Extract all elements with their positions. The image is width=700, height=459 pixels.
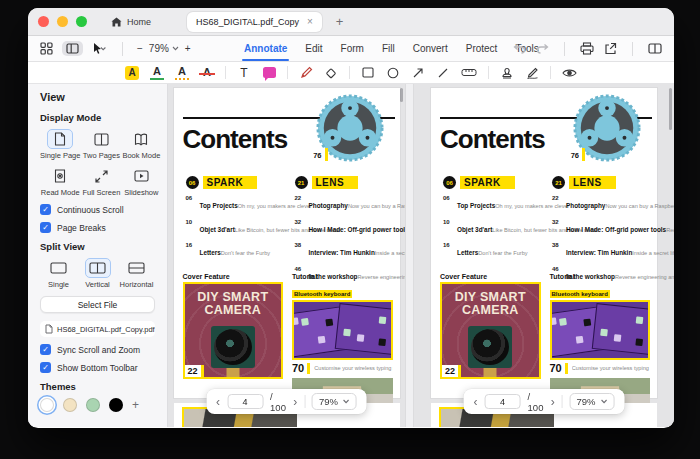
pencil-tool-icon[interactable] — [299, 66, 313, 79]
cover-feature-label: Cover Feature — [440, 273, 541, 280]
home-tab-label: Home — [127, 17, 151, 27]
signature-tool-icon[interactable] — [525, 67, 539, 79]
split-view-vertical[interactable]: Vertical — [79, 258, 116, 289]
next-page-button[interactable]: › — [293, 395, 297, 409]
menu-tabs: Annotate Edit Form Fill Convert Protect … — [244, 36, 539, 61]
previous-page-button[interactable]: ‹ — [216, 395, 220, 409]
pane-zoom-dropdown[interactable]: 79% — [569, 393, 614, 410]
menu-protect[interactable]: Protect — [466, 36, 498, 61]
toc-item: 22 PhotographyNow you can buy a Raspberr… — [552, 194, 651, 212]
scrollbar-left-pane[interactable] — [400, 88, 403, 102]
close-window-button[interactable] — [38, 16, 49, 27]
measure-tool-icon[interactable] — [461, 68, 477, 77]
minimize-window-button[interactable] — [57, 16, 68, 27]
toc-item: 16 LettersDon't fear the Furby — [443, 241, 542, 259]
undo-icon[interactable] — [513, 43, 526, 54]
theme-white-swatch[interactable] — [40, 398, 54, 412]
note-tool-icon[interactable] — [262, 67, 276, 78]
split-file-pill[interactable]: HS68_DIGITAL.pdf_Copy.pdf — [40, 321, 155, 337]
checkbox-checked-icon: ✓ — [40, 222, 51, 233]
new-tab-button[interactable]: + — [336, 14, 344, 29]
book-mode-icon — [128, 129, 154, 149]
sidebar-title: View — [40, 91, 155, 103]
pane-zoom-dropdown[interactable]: 79% — [312, 393, 357, 410]
squiggly-tool-icon[interactable]: A — [175, 66, 189, 80]
select-file-button[interactable]: Select File — [40, 296, 155, 313]
stamp-tool-icon[interactable] — [500, 67, 514, 79]
view-annotations-icon[interactable] — [562, 68, 577, 78]
gear-page-number: 76 — [569, 148, 585, 161]
keyboard-image — [550, 300, 651, 360]
theme-black-swatch[interactable] — [109, 398, 123, 412]
split-file-name: HS68_DIGITAL.pdf_Copy.pdf — [57, 325, 155, 334]
display-mode-read-mode[interactable]: Read Mode — [40, 166, 80, 197]
toc-section-lens: 21 LENS 22 PhotographyNow you can buy a … — [295, 176, 394, 288]
spark-heading: SPARK — [203, 176, 258, 189]
display-mode-full-screen[interactable]: Full Screen — [82, 166, 120, 197]
thumbnails-grid-icon[interactable] — [40, 42, 53, 55]
theme-sepia-swatch[interactable] — [63, 398, 77, 412]
pointer-tool-icon[interactable] — [92, 42, 108, 55]
split-single-icon — [46, 258, 72, 278]
menu-edit[interactable]: Edit — [305, 36, 322, 61]
arrow-tool-icon[interactable] — [411, 67, 425, 79]
next-page-button[interactable]: › — [551, 395, 555, 409]
toc-section-spark: 06 SPARK 06 Top ProjectsOh my, you maker… — [186, 176, 285, 288]
rectangle-tool-icon[interactable] — [361, 67, 375, 78]
zoom-level-dropdown[interactable]: 79% — [149, 43, 179, 54]
pdf-pane-left[interactable]: 76 Contents 06 SPARK 06 Top ProjectsOh m… — [168, 84, 405, 427]
traffic-lights — [38, 16, 87, 27]
redo-icon[interactable] — [536, 43, 549, 54]
lens-heading: LENS — [312, 176, 359, 189]
print-icon[interactable] — [580, 42, 594, 55]
display-mode-book-mode[interactable]: Book Mode — [122, 129, 160, 160]
ellipse-tool-icon[interactable] — [386, 67, 400, 79]
menu-annotate[interactable]: Annotate — [244, 36, 287, 61]
scrollbar-right-pane[interactable] — [669, 88, 672, 130]
share-export-icon[interactable] — [604, 42, 617, 55]
display-mode-slideshow[interactable]: Slideshow — [122, 166, 160, 197]
highlight-tool-icon[interactable]: A — [125, 66, 139, 80]
pdf-page[interactable]: 76 Contents 06 SPARK 06 Top ProjectsOh m… — [431, 88, 657, 398]
home-tab[interactable]: Home — [101, 17, 161, 27]
eraser-tool-icon[interactable] — [324, 67, 338, 79]
zoom-window-button[interactable] — [76, 16, 87, 27]
tutorial-highlight: Bluetooth keyboard — [292, 290, 352, 298]
contents-title: Contents — [440, 124, 545, 155]
text-tool-icon[interactable]: T — [237, 67, 251, 79]
display-mode-two-pages[interactable]: Two Pages — [82, 129, 120, 160]
split-view-horizontal[interactable]: Horizontal — [118, 258, 155, 289]
strikethrough-tool-icon[interactable]: A — [200, 67, 214, 78]
tab-bar: Home HS68_DIGITAL.pdf_Copy × + — [28, 8, 674, 36]
page-breaks-checkbox[interactable]: ✓ Page Breaks — [40, 222, 155, 233]
tutorial-highlight: Bluetooth keyboard — [550, 290, 610, 298]
sync-scroll-zoom-checkbox[interactable]: ✓ Sync Scroll and Zoom — [40, 344, 155, 355]
line-tool-icon[interactable] — [436, 67, 450, 79]
split-view-toggle-icon[interactable] — [648, 43, 662, 54]
previous-page-button[interactable]: ‹ — [474, 395, 478, 409]
page-number-input[interactable] — [485, 394, 521, 409]
theme-green-swatch[interactable] — [86, 398, 100, 412]
document-tab-label: HS68_DIGITAL.pdf_Copy — [196, 17, 299, 27]
menu-convert[interactable]: Convert — [413, 36, 448, 61]
cover-feature-label: Cover Feature — [183, 273, 284, 280]
continuous-scroll-checkbox[interactable]: ✓ Continuous Scroll — [40, 204, 155, 215]
split-view-single[interactable]: Single — [40, 258, 77, 289]
page-number-input[interactable] — [227, 394, 263, 409]
add-theme-button[interactable]: + — [132, 398, 139, 412]
zoom-out-button[interactable]: − — [137, 43, 143, 54]
underline-tool-icon[interactable]: A — [150, 66, 164, 80]
zoom-in-button[interactable]: + — [185, 43, 191, 54]
total-pages-label: / 100 — [528, 391, 544, 413]
display-mode-single-page[interactable]: Single Page — [40, 129, 80, 160]
menu-fill[interactable]: Fill — [382, 36, 395, 61]
close-tab-icon[interactable]: × — [307, 17, 313, 27]
sidebar-toggle-icon[interactable] — [62, 41, 83, 56]
pdf-page[interactable]: 76 Contents 06 SPARK 06 Top ProjectsOh m… — [174, 88, 400, 398]
checkbox-checked-icon: ✓ — [40, 344, 51, 355]
show-bottom-toolbar-checkbox[interactable]: ✓ Show Bottom Toolbar — [40, 362, 155, 373]
pane-divider[interactable] — [405, 84, 414, 427]
document-tab[interactable]: HS68_DIGITAL.pdf_Copy × — [187, 12, 322, 32]
pdf-pane-right[interactable]: 76 Contents 06 SPARK 06 Top ProjectsOh m… — [414, 84, 674, 427]
menu-form[interactable]: Form — [341, 36, 364, 61]
